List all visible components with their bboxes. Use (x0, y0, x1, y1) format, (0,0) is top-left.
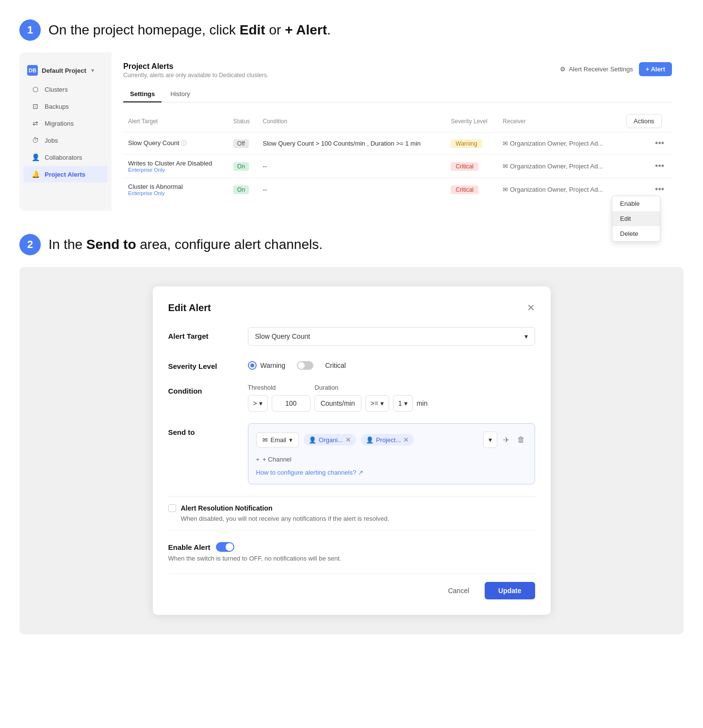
cell-receiver: ✉ Organization Owner, Project Ad... (498, 132, 621, 155)
step1-header: 1 On the project homepage, click Edit or… (19, 19, 684, 41)
threshold-label: Threshold (248, 384, 276, 391)
sidebar-item-backups[interactable]: ⊡ Backups (23, 98, 108, 115)
panel1-subtitle: Currently, alerts are only available to … (123, 72, 268, 79)
severity-label: Severity Level (168, 357, 236, 370)
sendto-row: Send to ✉ Email ▾ 👤 Organi... ✕ (168, 423, 535, 484)
plus-alert-button[interactable]: + Alert (639, 62, 672, 76)
enable-label: Enable Alert (168, 543, 211, 551)
main-actions: ⚙ Alert Receiver Settings + Alert (560, 62, 672, 76)
chevron-down-icon: ▾ (289, 436, 293, 444)
alert-target-label: Alert Target (168, 327, 236, 340)
panel1-title: Project Alerts (123, 62, 268, 71)
condition-block: Threshold Duration > ▾ Counts/min >= ▾ (248, 382, 535, 412)
alert-target-row: Alert Target Slow Query Count ▾ (168, 327, 535, 346)
add-channel-button[interactable]: + + Channel (256, 454, 292, 465)
sidebar-item-label: Collaborators (45, 154, 82, 161)
dropdown-enable[interactable]: Enable (612, 196, 660, 211)
delete-channel-button[interactable]: 🗑 (515, 433, 527, 446)
alert-target-select[interactable]: Slow Query Count ▾ (248, 327, 535, 346)
sidebar-project[interactable]: DB Default Project ▾ (19, 60, 112, 81)
chevron-down-icon: ▾ (489, 436, 492, 444)
condition-label: Condition (168, 382, 236, 395)
row-actions-button[interactable]: ••• (652, 160, 667, 172)
recipient-tag-1: 👤 Organi... ✕ (304, 434, 356, 446)
sidebar-item-jobs[interactable]: ⏱ Jobs (23, 132, 108, 149)
dropdown-delete[interactable]: Delete (612, 226, 660, 241)
sidebar-item-label: Migrations (45, 120, 74, 127)
table-row: Slow Query Count ⓘ Off Slow Query Count … (123, 132, 672, 155)
remove-recipient-1[interactable]: ✕ (345, 436, 351, 444)
backups-icon: ⊡ (31, 102, 40, 110)
dropdown-edit[interactable]: Edit (612, 211, 660, 226)
tab-settings[interactable]: Settings (123, 86, 162, 102)
table-row: Writes to Cluster Are Disabled Enterpris… (123, 155, 672, 178)
resolution-desc: When disabled, you will not receive any … (181, 515, 535, 522)
close-button[interactable]: ✕ (527, 302, 535, 314)
duration-value-select[interactable]: 1 ▾ (393, 395, 413, 412)
panel2: Edit Alert ✕ Alert Target Slow Query Cou… (19, 267, 684, 634)
cell-status: On (229, 155, 258, 178)
project-icon: DB (27, 65, 38, 76)
resolution-checkbox[interactable] (168, 504, 176, 512)
sendto-actions: ▾ ✈ 🗑 (483, 431, 527, 448)
alerts-table: Alert Target Status Condition Severity L… (123, 110, 672, 201)
enable-alert-toggle[interactable] (216, 542, 234, 552)
main-content: Project Alerts Currently, alerts are onl… (112, 52, 684, 211)
modal-header: Edit Alert ✕ (168, 302, 535, 314)
cell-severity: Critical (446, 178, 498, 201)
cell-actions: ••• (621, 155, 672, 178)
recipients-dropdown[interactable]: ▾ (483, 431, 497, 448)
collaborators-icon: 👤 (31, 153, 40, 161)
step2-header: 2 In the Send to area, configure alert c… (19, 234, 684, 255)
settings-icon: ⚙ (560, 66, 566, 73)
duration-op-select[interactable]: >= ▾ (365, 395, 389, 412)
sidebar-item-migrations[interactable]: ⇄ Migrations (23, 115, 108, 132)
status-badge: On (233, 185, 249, 194)
condition-inputs: > ▾ Counts/min >= ▾ 1 ▾ min (248, 395, 535, 412)
severity-toggle[interactable] (297, 361, 313, 370)
person-icon: 👤 (366, 436, 374, 444)
chevron-down-icon: ▾ (380, 399, 384, 407)
col-receiver: Receiver (498, 110, 621, 132)
resolution-title: Alert Resolution Notification (181, 504, 273, 512)
sidebar-item-project-alerts[interactable]: 🔔 Project Alerts (23, 166, 108, 182)
radio-critical[interactable]: Critical (325, 362, 346, 369)
send-test-button[interactable]: ✈ (501, 433, 511, 447)
sidebar: DB Default Project ▾ ⬡ Clusters ⊡ Backup… (19, 52, 112, 211)
modal-title: Edit Alert (168, 302, 211, 314)
severity-badge: Critical (451, 185, 478, 194)
remove-recipient-2[interactable]: ✕ (403, 436, 409, 444)
cell-status: Off (229, 132, 258, 155)
sidebar-item-collaborators[interactable]: 👤 Collaborators (23, 149, 108, 165)
project-name: Default Project (42, 67, 86, 74)
row-actions-button[interactable]: ••• (652, 137, 667, 149)
update-button[interactable]: Update (485, 582, 535, 599)
configure-alerting-link[interactable]: How to configure alerting channels? ↗ (256, 469, 527, 476)
cancel-button[interactable]: Cancel (438, 582, 479, 599)
channel-type-select[interactable]: ✉ Email ▾ (256, 432, 299, 447)
sendto-channel-row: ✉ Email ▾ 👤 Organi... ✕ 👤 Project... (256, 431, 527, 448)
threshold-value-input[interactable] (272, 395, 311, 412)
step2-text: In the Send to area, configure alert cha… (49, 237, 323, 252)
sidebar-item-clusters[interactable]: ⬡ Clusters (23, 81, 108, 98)
col-status: Status (229, 110, 258, 132)
cell-target: Slow Query Count ⓘ (123, 132, 229, 155)
col-condition: Condition (258, 110, 446, 132)
duration-label: Duration (314, 384, 338, 391)
radio-warning[interactable]: Warning (248, 361, 286, 370)
migrations-icon: ⇄ (31, 119, 40, 127)
row-actions-button[interactable]: ••• (652, 183, 667, 196)
threshold-op-select[interactable]: > ▾ (248, 395, 268, 412)
cell-receiver: ✉ Organization Owner, Project Ad... (498, 155, 621, 178)
edit-alert-modal: Edit Alert ✕ Alert Target Slow Query Cou… (153, 286, 551, 615)
step1-text: On the project homepage, click Edit or +… (49, 22, 331, 38)
sidebar-item-label: Clusters (45, 86, 68, 93)
duration-unit: min (417, 399, 428, 407)
actions-header-button[interactable]: Actions (626, 114, 662, 128)
condition-labels: Threshold Duration (248, 384, 535, 391)
enable-alert-row: Enable Alert When the switch is turned t… (168, 542, 535, 562)
chevron-down-icon: ▾ (91, 67, 94, 74)
alert-receiver-settings-button[interactable]: ⚙ Alert Receiver Settings (560, 66, 633, 73)
severity-options: Warning Critical (248, 357, 535, 370)
tab-history[interactable]: History (163, 86, 196, 102)
